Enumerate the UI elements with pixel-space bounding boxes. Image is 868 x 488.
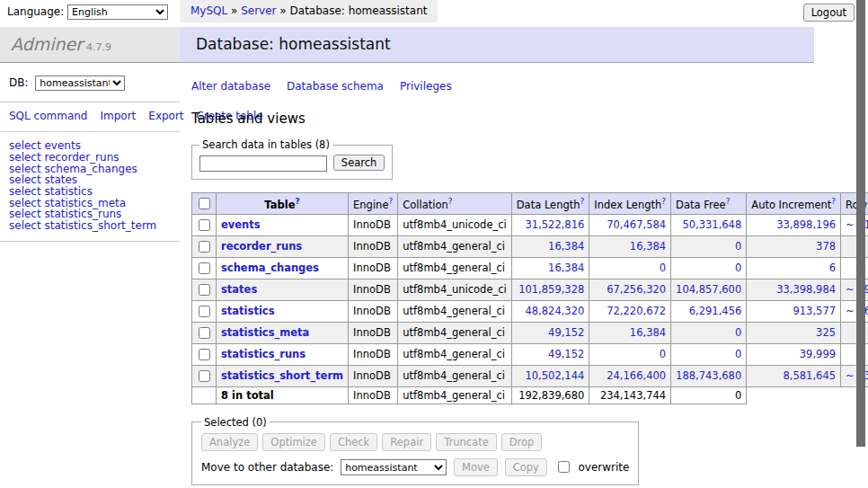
index-length-link[interactable]: 16,384 [630,326,666,339]
repair-button[interactable]: Repair [382,433,431,451]
column-header-index-length: Index Length? [589,192,671,214]
breadcrumb-separator: » [277,4,290,17]
sidebar-action-sql-command[interactable]: SQL command [9,110,87,122]
index-length-link[interactable]: 24,166,400 [607,369,666,382]
data-free-link[interactable]: 104,857,600 [676,283,741,296]
data-free-link[interactable]: 0 [735,348,741,360]
index-length-link[interactable]: 0 [660,348,666,360]
search-input[interactable] [199,155,327,172]
drop-button[interactable]: Drop [501,433,543,451]
truncate-button[interactable]: Truncate [436,433,497,451]
data-free-link[interactable]: 0 [735,240,741,253]
sidebar-action-export[interactable]: Export [148,110,183,122]
main-content: Database: homeassistant Alter databaseDa… [180,27,814,488]
breadcrumb-item-mysql[interactable]: MySQL [190,4,227,17]
total-label-cell: 8 in total [217,386,349,404]
table-link-statistics[interactable]: statistics [221,305,275,317]
total-num-cell: 0 [671,386,747,404]
language-select[interactable]: English [67,4,168,20]
breadcrumb-item-server[interactable]: Server [241,4,276,17]
data-free-link[interactable]: 188,743,680 [676,369,741,382]
row-checkbox[interactable] [199,262,210,274]
data-free-cell: 188,743,680 [671,365,747,386]
auto-increment-link[interactable]: 33,898,196 [776,218,836,231]
scrollbar-thumb[interactable] [856,0,865,447]
move-button[interactable]: Move [454,458,498,476]
auto-increment-link[interactable]: 8,581,645 [784,369,837,382]
auto-increment-link[interactable]: 39,999 [800,348,836,360]
check-button[interactable]: Check [330,433,377,451]
total-blank-cell [747,386,841,404]
data-length-link[interactable]: 49,152 [548,326,584,339]
table-link-statistics-meta[interactable]: statistics_meta [221,326,309,339]
collation-cell: utf8mb4_unicode_ci [398,279,512,300]
data-free-link[interactable]: 0 [735,326,741,339]
engine-cell: InnoDB [349,257,398,279]
data-length-link[interactable]: 16,384 [548,240,584,253]
row-checkbox[interactable] [199,349,210,360]
index-length-link[interactable]: 70,467,584 [607,218,666,231]
row-checkbox[interactable] [199,284,210,296]
data-length-link[interactable]: 31,522,816 [525,218,584,231]
auto-increment-link[interactable]: 913,577 [793,305,836,317]
copy-button[interactable]: Copy [505,458,547,476]
optimize-button[interactable]: Optimize [262,433,325,451]
table-link-schema-changes[interactable]: schema_changes [221,262,319,274]
table-link-events[interactable]: events [221,218,261,231]
database-link-alter-database[interactable]: Alter database [191,80,270,93]
index-length-link[interactable]: 0 [660,262,666,274]
column-header-data-free: Data Free? [671,192,747,214]
sidebar-actions: SQL commandImportExportCreate table [0,102,164,131]
help-link[interactable]: ? [448,197,453,206]
help-link[interactable]: ? [831,197,836,206]
select-all-checkbox[interactable] [199,198,210,209]
sidebar-item-select-recorder-runs[interactable]: select recorder_runs [9,152,171,164]
sidebar-item-select-statistics[interactable]: select statistics [9,186,171,198]
data-free-link[interactable]: 50,331,648 [682,218,741,231]
data-length-link[interactable]: 49,152 [548,348,584,360]
index-length-link[interactable]: 72,220,672 [607,305,666,317]
auto-increment-link[interactable]: 378 [816,240,836,253]
table-link-statistics-short-term[interactable]: statistics_short_term [221,369,343,382]
sidebar-action-import[interactable]: Import [100,110,136,122]
overwrite-checkbox[interactable] [558,461,570,473]
auto-increment-link[interactable]: 325 [816,326,836,339]
scrollbar-track[interactable] [856,0,865,488]
data-length-link[interactable]: 48,824,320 [525,305,584,317]
help-link[interactable]: ? [726,197,731,206]
row-checkbox[interactable] [199,241,210,253]
data-length-link[interactable]: 10,502,144 [525,369,584,382]
database-link-database-schema[interactable]: Database schema [287,80,384,93]
help-link[interactable]: ? [388,197,393,206]
index-length-link[interactable]: 16,384 [630,240,666,253]
column-header-collation: Collation? [398,192,512,214]
table-link-statistics-runs[interactable]: statistics_runs [221,348,306,360]
index-length-link[interactable]: 67,256,320 [607,283,666,296]
auto-increment-link[interactable]: 33,398,984 [776,283,836,296]
help-link[interactable]: ? [661,197,666,206]
row-checkbox[interactable] [199,219,210,231]
sidebar-item-select-events[interactable]: select events [9,140,171,152]
sidebar-item-select-statistics-short-term[interactable]: select statistics_short_term [9,220,171,232]
data-free-link[interactable]: 0 [735,262,741,274]
auto-increment-link[interactable]: 6 [829,262,836,274]
total-num-cell: 192,839,680 [511,386,589,404]
search-button[interactable]: Search [333,155,385,171]
table-link-states[interactable]: states [221,283,257,296]
help-link[interactable]: ? [295,197,299,206]
analyze-button[interactable]: Analyze [201,433,258,451]
database-link-privileges[interactable]: Privileges [400,80,452,93]
db-select[interactable]: homeassistant [35,75,125,91]
move-database-select[interactable]: homeassistant [341,459,447,475]
data-length-link[interactable]: 101,859,328 [518,283,584,296]
data-free-link[interactable]: 6,291,456 [689,305,742,317]
table-link-recorder-runs[interactable]: recorder_runs [221,240,302,253]
data-length-link[interactable]: 16,384 [548,262,584,274]
row-checkbox[interactable] [199,327,210,339]
row-checkbox[interactable] [199,370,210,382]
help-link[interactable]: ? [580,197,585,206]
index-length-cell: 0 [589,257,671,279]
logout-button[interactable]: Logout [803,4,855,22]
table-row: eventsInnoDButf8mb4_unicode_ci31,522,816… [192,214,868,235]
row-checkbox[interactable] [199,306,210,317]
